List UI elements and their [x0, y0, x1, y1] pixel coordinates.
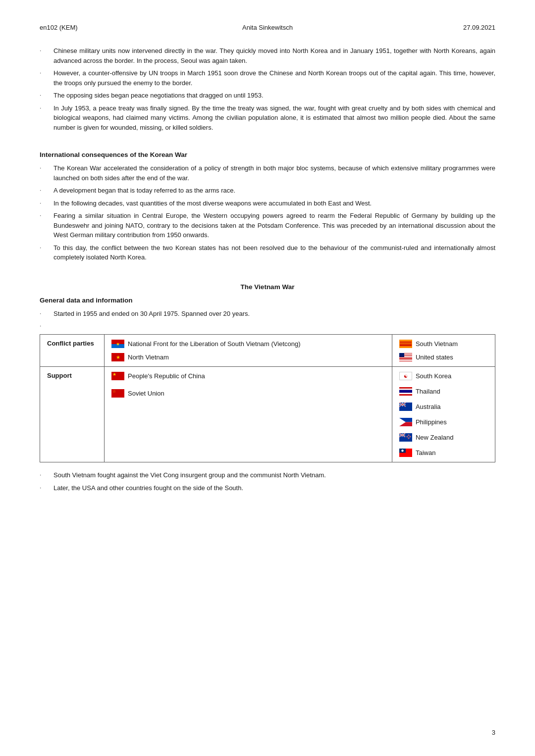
- general-data-title: General data and information: [40, 297, 495, 304]
- bullet-dot: ·: [40, 470, 50, 479]
- header-center: Anita Sinkewitsch: [192, 24, 344, 31]
- list-item: · Later, the USA and other countries fou…: [40, 483, 495, 493]
- bullet-dot: ·: [40, 309, 50, 318]
- flag-row-thailand: Thailand: [399, 387, 488, 396]
- philippines-label: Philippines: [416, 418, 447, 426]
- bullet-dot: ·: [40, 91, 50, 100]
- flag-row-south-vietnam: South Vietnam: [399, 340, 488, 348]
- australia-flag-icon: [399, 403, 412, 411]
- spacer: [40, 136, 495, 148]
- china-label: People's Republic of China: [128, 372, 205, 380]
- bullet-dot: ·: [40, 46, 50, 55]
- table-row-support: Support People's Republic of China Sovie…: [40, 367, 495, 462]
- thailand-flag-icon: [399, 387, 412, 396]
- philippines-flag-icon: [399, 418, 412, 426]
- south-korea-label: South Korea: [416, 372, 451, 380]
- bullet-text: However, a counter-offensive by UN troop…: [54, 68, 495, 88]
- australia-label: Australia: [416, 403, 441, 410]
- new-zealand-label: New Zealand: [416, 434, 454, 441]
- soviet-flag-icon: [111, 389, 124, 398]
- bullet-list-section2: · The Korean War accelerated the conside…: [40, 163, 495, 262]
- svg-point-23: [408, 435, 409, 436]
- bullet-list-section4: · South Vietnam fought against the Viet …: [40, 470, 495, 493]
- bullet-text: The opposing sides began peace negotiati…: [54, 91, 495, 101]
- list-item: · South Vietnam fought against the Viet …: [40, 470, 495, 480]
- svg-rect-1: [399, 389, 412, 390]
- bullet-dot: ·: [40, 211, 50, 220]
- list-item: · The opposing sides began peace negotia…: [40, 91, 495, 101]
- china-flag-icon: [111, 372, 124, 380]
- bullet-dot: ·: [40, 483, 50, 492]
- bullet-text: Fearing a similar situation in Central E…: [54, 211, 495, 240]
- bullet-dot: ·: [40, 68, 50, 77]
- table-cell-col2-conflict: National Front for the Liberation of Sou…: [105, 335, 392, 367]
- south-vietnam-label: South Vietnam: [416, 340, 458, 348]
- bullet-list-section3: · Started in 1955 and ended on 30 April …: [40, 309, 495, 331]
- bullet-text: A development began that is today referr…: [54, 186, 495, 196]
- bullet-dot: ·: [40, 103, 50, 112]
- list-item: · A development began that is today refe…: [40, 186, 495, 196]
- flag-row-soviet: Soviet Union: [111, 389, 385, 398]
- list-item: · In July 1953, a peace treaty was final…: [40, 103, 495, 133]
- south-korea-flag-icon: [399, 372, 412, 380]
- bullet-text: In July 1953, a peace treaty was finally…: [54, 103, 495, 133]
- flag-row-north-vietnam: North Vietnam: [111, 353, 385, 361]
- list-item: · In the following decades, vast quantit…: [40, 199, 495, 208]
- page-number: 3: [492, 729, 495, 736]
- flag-row-vietcong: National Front for the Liberation of Sou…: [111, 340, 385, 348]
- header-left: en102 (KEM): [40, 24, 192, 31]
- vietcong-flag-icon: [111, 340, 124, 348]
- soviet-label: Soviet Union: [128, 390, 164, 397]
- bullet-text: In the following decades, vast quantitie…: [54, 199, 495, 208]
- list-item: · The Korean War accelerated the conside…: [40, 163, 495, 183]
- flag-row-usa: United states: [399, 353, 488, 361]
- flag-row-australia: Australia: [399, 403, 488, 411]
- vietcong-label: National Front for the Liberation of Sou…: [128, 340, 301, 348]
- svg-point-24: [410, 436, 411, 437]
- bullet-dot: ·: [40, 186, 50, 195]
- usa-flag-icon: [399, 353, 412, 361]
- north-vietnam-label: North Vietnam: [128, 353, 169, 361]
- table-cell-label-support: Support: [40, 367, 105, 462]
- header-right: 27.09.2021: [343, 24, 495, 31]
- bullet-dot: ·: [40, 243, 50, 252]
- spacer: [40, 266, 495, 278]
- page: en102 (KEM) Anita Sinkewitsch 27.09.2021…: [0, 0, 535, 756]
- north-vietnam-flag-icon: [111, 353, 124, 361]
- bullet-text-empty: [54, 321, 495, 329]
- list-item: · However, a counter-offensive by UN tro…: [40, 68, 495, 88]
- flag-row-new-zealand: New Zealand: [399, 433, 488, 442]
- bullet-list-section1: · Chinese military units now intervened …: [40, 46, 495, 132]
- bullet-text: South Vietnam fought against the Viet Co…: [54, 470, 495, 480]
- thailand-label: Thailand: [416, 388, 440, 395]
- south-vietnam-flag-icon: [399, 340, 412, 348]
- bullet-text: Started in 1955 and ended on 30 April 19…: [54, 309, 495, 319]
- table-cell-col2-support: People's Republic of China Soviet Union: [105, 367, 392, 462]
- conflict-table: Conflict parties National Front for the …: [40, 334, 495, 462]
- bullet-dot: ·: [40, 163, 50, 172]
- list-item: · Fearing a similar situation in Central…: [40, 211, 495, 240]
- svg-point-25: [408, 438, 409, 439]
- flag-row-south-korea: South Korea: [399, 372, 488, 380]
- svg-point-29: [401, 450, 403, 452]
- table-cell-label-conflict: Conflict parties: [40, 335, 105, 367]
- list-item: · Chinese military units now intervened …: [40, 46, 495, 65]
- korean-war-section-title: International consequences of the Korean…: [40, 151, 495, 158]
- bullet-text: Later, the USA and other countries fough…: [54, 483, 495, 493]
- list-item: · To this day, the conflict between the …: [40, 243, 495, 262]
- new-zealand-flag-icon: [399, 433, 412, 442]
- table-cell-col3-support: South Korea Thailand: [392, 367, 495, 462]
- flag-row-philippines: Philippines: [399, 418, 488, 426]
- flag-row-taiwan: Taiwan: [399, 449, 488, 457]
- svg-point-26: [407, 436, 408, 437]
- bullet-text: The Korean War accelerated the considera…: [54, 163, 495, 183]
- vietnam-war-title: The Vietnam War: [40, 283, 495, 291]
- svg-rect-2: [399, 390, 412, 393]
- table-cell-col3-conflict: South Vietnam United states: [392, 335, 495, 367]
- svg-rect-3: [399, 393, 412, 394]
- list-item-empty: ·: [40, 321, 495, 330]
- bullet-dot: ·: [40, 199, 50, 207]
- flag-row-china: People's Republic of China: [111, 372, 385, 380]
- usa-label: United states: [416, 353, 453, 361]
- table-row-conflict: Conflict parties National Front for the …: [40, 335, 495, 367]
